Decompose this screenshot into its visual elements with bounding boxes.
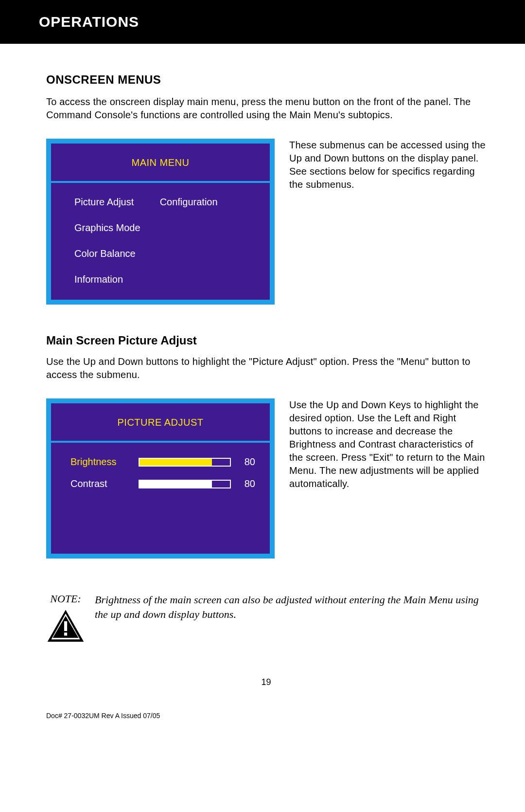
note-text: Brightness of the main screen can also b… — [95, 593, 486, 621]
warning-icon — [46, 609, 85, 643]
menu-item-information: Information — [74, 274, 140, 285]
picture-adjust-row: PICTURE ADJUST Brightness 80 Contrast 80 — [46, 398, 486, 559]
main-menu-osd-header: MAIN MENU — [51, 144, 270, 183]
note-label: NOTE: — [50, 593, 81, 605]
brightness-label: Brightness — [70, 456, 129, 468]
picture-adjust-osd: PICTURE ADJUST Brightness 80 Contrast 80 — [46, 398, 275, 559]
picture-adjust-side-text: Use the Up and Down Keys to highlight th… — [289, 398, 486, 490]
page-number: 19 — [46, 677, 486, 687]
brightness-slider — [139, 458, 231, 467]
onscreen-menus-intro: To access the onscreen display main menu… — [46, 95, 486, 122]
menu-item-configuration: Configuration — [160, 197, 218, 208]
header-title: OPERATIONS — [39, 14, 139, 30]
brightness-value: 80 — [241, 456, 255, 468]
brightness-slider-fill — [140, 459, 212, 466]
svg-rect-3 — [64, 621, 67, 631]
contrast-slider — [139, 480, 231, 488]
picture-adjust-osd-body: Brightness 80 Contrast 80 — [51, 443, 270, 554]
contrast-value: 80 — [241, 478, 255, 489]
contrast-label: Contrast — [70, 478, 129, 489]
main-menu-title: MAIN MENU — [132, 157, 190, 168]
page-content: ONSCREEN MENUS To access the onscreen di… — [0, 44, 525, 734]
menu-item-color-balance: Color Balance — [74, 248, 140, 259]
main-menu-side-text: These submenus can be accessed using the… — [289, 139, 486, 191]
svg-rect-4 — [64, 632, 67, 635]
menu-item-picture-adjust: Picture Adjust — [74, 197, 140, 208]
note-block: NOTE: Brightness of the main screen can … — [46, 593, 486, 643]
header-bar: OPERATIONS — [0, 0, 525, 44]
brightness-row: Brightness 80 — [70, 456, 255, 468]
doc-id: Doc# 27-0032UM Rev A Issued 07/05 — [46, 712, 486, 720]
onscreen-menus-heading: ONSCREEN MENUS — [46, 73, 486, 87]
picture-adjust-intro: Use the Up and Down buttons to highlight… — [46, 355, 486, 381]
main-menu-osd: MAIN MENU Picture Adjust Graphics Mode C… — [46, 139, 275, 305]
contrast-row: Contrast 80 — [70, 478, 255, 489]
picture-adjust-osd-header: PICTURE ADJUST — [51, 403, 270, 443]
main-menu-row: MAIN MENU Picture Adjust Graphics Mode C… — [46, 139, 486, 305]
menu-item-graphics-mode: Graphics Mode — [74, 222, 140, 234]
main-menu-right-col: Configuration — [160, 197, 218, 285]
main-menu-left-col: Picture Adjust Graphics Mode Color Balan… — [74, 197, 140, 285]
picture-adjust-heading: Main Screen Picture Adjust — [46, 334, 486, 347]
main-menu-osd-body: Picture Adjust Graphics Mode Color Balan… — [51, 183, 270, 300]
picture-adjust-title: PICTURE ADJUST — [117, 417, 203, 428]
contrast-slider-fill — [140, 481, 212, 487]
note-left: NOTE: — [46, 593, 85, 643]
